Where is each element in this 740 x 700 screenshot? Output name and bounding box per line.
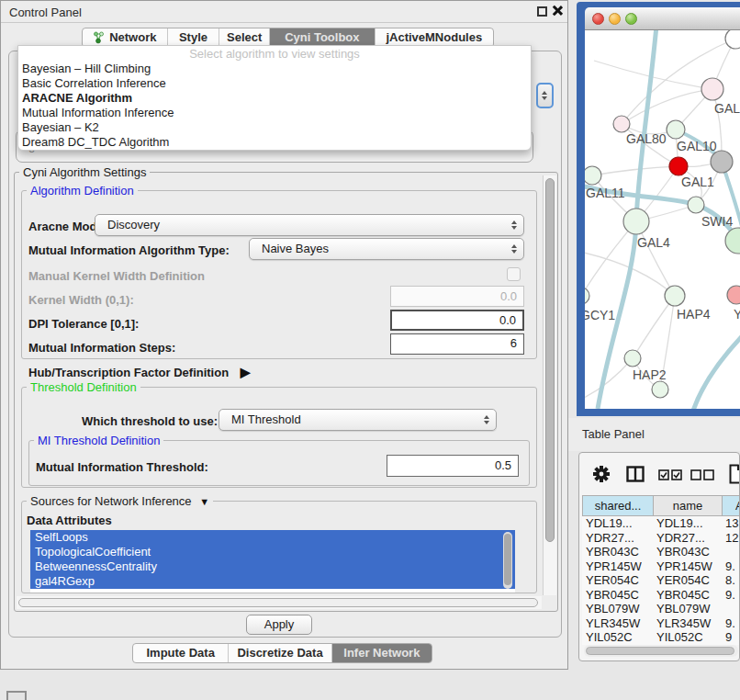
table-hscrollbar[interactable] [584,645,738,657]
tab-style-label: Style [179,28,207,47]
network-node[interactable] [725,30,740,49]
window-zoom-button[interactable] [625,13,637,25]
mi-threshold-field[interactable]: 0.5 [387,455,519,477]
table-header-row: shared... name A [582,495,740,516]
cell-name: YBR045C [653,588,722,603]
sources-group-title[interactable]: Sources for Network Inference ▼ [27,494,213,508]
popup-item-bayesian-k2[interactable]: Bayesian – K2 [18,120,531,135]
list-scrollbar[interactable] [503,532,512,589]
network-canvas[interactable]: GAL GAL80 GAL10 GAL1 GAL11 SWI4 GAL4 GCY… [585,30,740,409]
table-row[interactable]: YPR145W YPR145W 9. [582,559,740,574]
popup-item-mutual-information[interactable]: Mutual Information Inference [18,106,531,120]
floating-handle-partial[interactable] [6,691,27,700]
list-item-gal4rgexp[interactable]: gal4RGexp [30,574,515,589]
cell-name: YBL079W [653,602,722,616]
cyni-settings-group-title: Cyni Algorithm Settings [19,165,150,179]
tab-infer-network[interactable]: Infer Network [331,644,432,662]
dpi-tolerance-field[interactable]: 0.0 [390,310,524,331]
table-row[interactable]: YDR27... YDR27... 12 [582,531,740,546]
network-node[interactable] [652,381,668,398]
network-node[interactable] [701,78,723,100]
hub-definition-toggle[interactable]: Hub/Transcription Factor Definition ▶ [28,365,251,379]
table-settings-gear-icon[interactable] [592,465,611,483]
settings-hscrollbar[interactable] [17,596,542,609]
popup-item-dream8[interactable]: Dream8 DC_TDC Algorithm [18,135,531,150]
mi-type-label: Mutual Information Algorithm Type: [28,243,230,258]
network-node[interactable] [665,286,685,306]
algorithm-combo-stepper[interactable] [536,83,554,108]
select-all-checkboxes-icon[interactable] [658,469,682,480]
column-header-shared-name-label: shared... [595,499,642,513]
window-minimize-button[interactable] [609,13,621,25]
sources-expanded-arrow-icon[interactable]: ▼ [199,496,209,507]
popup-item-bayesian-hill-climbing[interactable]: Bayesian – Hill Climbing [18,62,531,76]
tab-select-label: Select [227,28,262,47]
apply-button[interactable]: Apply [246,615,312,635]
tab-impute-data[interactable]: Impute Data [133,644,228,662]
list-item-topologicalcoefficient[interactable]: TopologicalCoefficient [30,545,515,559]
new-table-file-icon[interactable] [729,464,740,484]
tab-jactivemnodules[interactable]: jActiveMNodules [375,28,493,47]
network-graph[interactable]: GAL GAL80 GAL10 GAL1 GAL11 SWI4 GAL4 GCY… [585,30,740,409]
list-item-betweennesscentrality[interactable]: BetweennessCentrality [30,559,515,574]
cell-name: YDL19... [653,516,722,531]
column-header-shared-name[interactable]: shared... [583,496,654,515]
mi-type-combo[interactable]: Naive Bayes [249,238,524,260]
column-selector-icon[interactable] [626,466,645,482]
network-node[interactable] [624,350,641,367]
tab-network[interactable]: Network [83,28,167,47]
column-header-partial[interactable]: A [723,496,740,515]
settings-vscrollbar-thumb[interactable] [545,178,555,542]
popup-item-aracne[interactable]: ARACNE Algorithm [18,91,531,106]
unselect-all-checkboxes-icon[interactable] [690,469,714,480]
network-node[interactable] [623,209,649,234]
settings-hscrollbar-thumb[interactable] [18,598,538,607]
kernel-width-field[interactable]: 0.0 [390,286,524,307]
tab-style[interactable]: Style [167,28,219,47]
popup-item-basic-correlation[interactable]: Basic Correlation Inference [18,76,531,91]
close-panel-icon[interactable] [551,5,563,17]
table-row[interactable]: YBR045C YBR045C 9. [582,588,740,603]
network-node[interactable] [585,166,601,185]
network-node[interactable] [669,157,688,175]
data-attributes-list: SelfLoops TopologicalCoefficient Between… [30,530,515,593]
which-threshold-combo[interactable]: MI Threshold [219,409,497,431]
tab-impute-data-label: Impute Data [146,644,214,662]
aracne-mode-combo[interactable]: Discovery [95,214,524,236]
cyni-bottom-tabbar: Impute Data Discretize Data Infer Networ… [132,643,432,663]
mi-steps-label: Mutual Information Steps: [28,341,175,356]
tab-discretize-data[interactable]: Discretize Data [228,644,331,662]
network-window-titlebar[interactable] [585,7,740,30]
table-row[interactable]: YER054C YER054C 8. [582,573,740,588]
tab-network-label: Network [109,28,156,47]
network-node[interactable] [613,116,630,132]
network-node[interactable] [585,288,589,304]
cell-value: 9. [722,616,740,631]
network-node[interactable] [688,197,704,213]
table-row[interactable]: YLR345W YLR345W 9. [582,616,740,631]
network-node[interactable] [725,228,740,254]
cell-shared-name: YLR345W [582,616,653,631]
manual-kernel-checkbox[interactable] [507,267,521,281]
column-header-name[interactable]: name [654,496,723,515]
mi-steps-field[interactable]: 6 [390,333,524,355]
screen: { "colors": { "selection_blue": "#3D6DC9… [0,0,740,700]
network-node[interactable] [727,286,740,304]
float-panel-icon[interactable] [537,6,547,17]
tab-cyni-toolbox[interactable]: Cyni Toolbox [269,28,374,47]
node-label: SWI4 [701,214,733,229]
hub-collapsed-arrow-icon[interactable]: ▶ [241,365,251,379]
list-item-selfloops[interactable]: SelfLoops [30,530,515,545]
settings-vscrollbar[interactable] [543,175,556,595]
table-row[interactable]: YBL079W YBL079W [582,602,740,616]
table-row[interactable]: YIL052C YIL052C 9 [582,630,740,645]
table-row[interactable]: YDL19... YDL19... 13 [582,516,740,531]
network-node[interactable] [667,120,685,139]
table-hscrollbar-thumb[interactable] [586,647,734,655]
network-node[interactable] [711,151,733,173]
tab-select[interactable]: Select [219,28,269,47]
table-row[interactable]: YBR043C YBR043C [582,545,740,559]
window-close-button[interactable] [592,13,604,25]
hub-definition-label: Hub/Transcription Factor Definition [28,366,229,379]
list-scrollbar-thumb[interactable] [504,534,511,585]
